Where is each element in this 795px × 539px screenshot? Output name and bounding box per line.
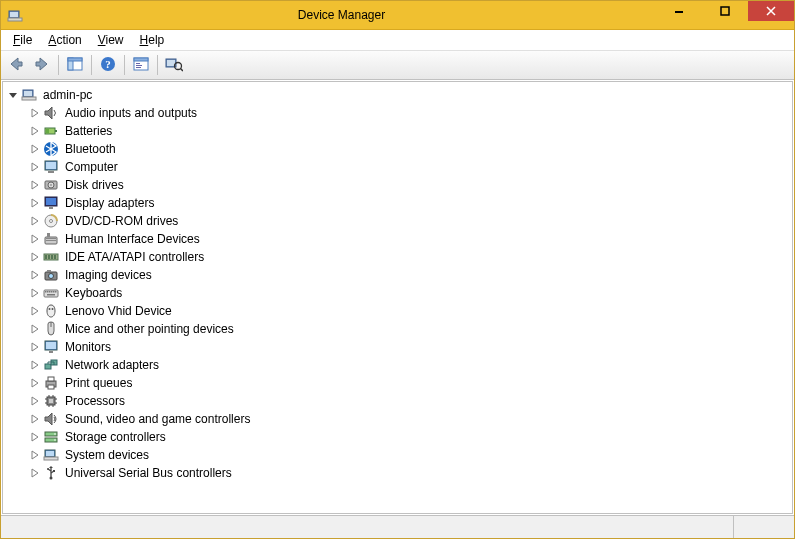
tree-category[interactable]: Print queues — [3, 374, 792, 392]
tree-category[interactable]: Mice and other pointing devices — [3, 320, 792, 338]
svg-rect-66 — [48, 377, 54, 381]
tree-category[interactable]: Sound, video and game controllers — [3, 410, 792, 428]
expander-icon[interactable] — [29, 395, 41, 407]
tree-category[interactable]: DVD/CD-ROM drives — [3, 212, 792, 230]
svg-rect-51 — [47, 291, 49, 293]
svg-rect-52 — [49, 291, 51, 293]
device-tree-pane[interactable]: admin-pcAudio inputs and outputsBatterie… — [2, 81, 793, 514]
tree-category[interactable]: Monitors — [3, 338, 792, 356]
tree-category[interactable]: Display adapters — [3, 194, 792, 212]
menu-action[interactable]: Action — [40, 30, 89, 50]
expander-icon[interactable] — [29, 161, 41, 173]
expander-icon[interactable] — [29, 449, 41, 461]
back-arrow-icon — [8, 56, 24, 75]
tree-category[interactable]: Computer — [3, 158, 792, 176]
tree-root[interactable]: admin-pc — [3, 86, 792, 104]
svg-rect-27 — [46, 162, 56, 169]
tree-category[interactable]: Bluetooth — [3, 140, 792, 158]
svg-rect-53 — [51, 291, 53, 293]
svg-rect-3 — [675, 11, 683, 13]
expander-icon[interactable] — [29, 143, 41, 155]
tree-category[interactable]: Universal Serial Bus controllers — [3, 464, 792, 482]
scan-hardware-button[interactable] — [162, 53, 186, 77]
mouse-icon — [43, 321, 59, 337]
svg-rect-62 — [49, 351, 53, 353]
computer-icon — [43, 159, 59, 175]
tree-category[interactable]: Imaging devices — [3, 266, 792, 284]
expander-icon[interactable] — [29, 215, 41, 227]
expander-icon[interactable] — [29, 305, 41, 317]
back-button[interactable] — [4, 53, 28, 77]
tree-category-label: Computer — [63, 158, 120, 176]
monitor-icon — [43, 339, 59, 355]
expander-icon[interactable] — [29, 197, 41, 209]
tree-category-label: Keyboards — [63, 284, 124, 302]
tree-category-label: Human Interface Devices — [63, 230, 202, 248]
menu-help[interactable]: Help — [132, 30, 173, 50]
expander-icon[interactable] — [29, 377, 41, 389]
tree-category[interactable]: IDE ATA/ATAPI controllers — [3, 248, 792, 266]
expander-icon[interactable] — [7, 89, 19, 101]
storage-icon — [43, 429, 59, 445]
close-button[interactable] — [748, 1, 794, 21]
device-manager-window: Device Manager File Action View Help — [0, 0, 795, 539]
expander-icon[interactable] — [29, 179, 41, 191]
expander-icon[interactable] — [29, 323, 41, 335]
tree-category[interactable]: Audio inputs and outputs — [3, 104, 792, 122]
show-hide-tree-button[interactable] — [63, 53, 87, 77]
menu-view[interactable]: View — [90, 30, 132, 50]
tree-category[interactable]: Batteries — [3, 122, 792, 140]
expander-icon[interactable] — [29, 233, 41, 245]
svg-rect-34 — [49, 207, 53, 209]
tree-category[interactable]: System devices — [3, 446, 792, 464]
svg-rect-84 — [44, 457, 58, 460]
svg-rect-1 — [10, 12, 18, 17]
tree-category[interactable]: Human Interface Devices — [3, 230, 792, 248]
minimize-button[interactable] — [656, 1, 702, 21]
disk-icon — [43, 177, 59, 193]
tree-category[interactable]: Processors — [3, 392, 792, 410]
titlebar[interactable]: Device Manager — [1, 1, 794, 30]
svg-rect-33 — [46, 198, 56, 205]
forward-button[interactable] — [30, 53, 54, 77]
maximize-button[interactable] — [702, 1, 748, 21]
tree-category[interactable]: Disk drives — [3, 176, 792, 194]
expander-icon[interactable] — [29, 125, 41, 137]
usb-icon — [43, 465, 59, 481]
tree-category-label: Bluetooth — [63, 140, 118, 158]
expander-icon[interactable] — [29, 107, 41, 119]
expander-icon[interactable] — [29, 287, 41, 299]
svg-point-81 — [54, 439, 56, 441]
svg-rect-21 — [22, 97, 36, 100]
tree-category-label: Network adapters — [63, 356, 161, 374]
help-icon: ? — [100, 56, 116, 75]
svg-rect-4 — [721, 7, 729, 15]
svg-rect-56 — [47, 294, 55, 296]
svg-rect-23 — [55, 130, 57, 132]
imaging-icon — [43, 267, 59, 283]
expander-icon[interactable] — [29, 359, 41, 371]
svg-rect-16 — [167, 60, 175, 66]
tree-category-label: System devices — [63, 446, 151, 464]
app-icon — [7, 7, 23, 23]
expander-icon[interactable] — [29, 431, 41, 443]
device-tree: admin-pcAudio inputs and outputsBatterie… — [3, 86, 792, 482]
help-button[interactable]: ? — [96, 53, 120, 77]
expander-icon[interactable] — [29, 269, 41, 281]
svg-text:?: ? — [105, 58, 111, 70]
expander-icon[interactable] — [29, 251, 41, 263]
properties-button[interactable] — [129, 53, 153, 77]
tree-category[interactable]: Keyboards — [3, 284, 792, 302]
expander-icon[interactable] — [29, 341, 41, 353]
window-title: Device Manager — [27, 8, 656, 22]
tree-category[interactable]: Storage controllers — [3, 428, 792, 446]
tree-category[interactable]: Network adapters — [3, 356, 792, 374]
svg-rect-38 — [47, 233, 50, 237]
tree-category[interactable]: Lenovo Vhid Device — [3, 302, 792, 320]
svg-rect-13 — [136, 65, 142, 66]
expander-icon[interactable] — [29, 467, 41, 479]
tree-category-label: Universal Serial Bus controllers — [63, 464, 234, 482]
expander-icon[interactable] — [29, 413, 41, 425]
menu-file[interactable]: File — [5, 30, 40, 50]
tree-category-label: Print queues — [63, 374, 134, 392]
